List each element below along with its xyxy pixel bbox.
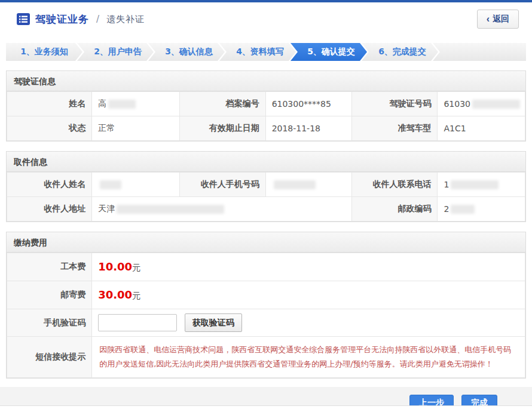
redacted-text xyxy=(274,180,316,189)
file-number-value: 610300****85 xyxy=(265,92,352,116)
fee-unit: 元 xyxy=(132,263,140,272)
wizard-step-3: 3、确认信息 xyxy=(148,43,225,61)
table-row: 收件人姓名 收件人手机号码 收件人联系电话 1 xyxy=(7,173,525,197)
sms-code-label: 手机验证码 xyxy=(7,309,92,337)
table-row: 手机验证码 获取验证码 xyxy=(7,309,525,337)
table-row: 工本费 10.00元 xyxy=(7,253,525,281)
fee-amount: 10.00 xyxy=(98,260,132,273)
pickup-info-table: 收件人姓名 收件人手机号码 收件人联系电话 1 收件人地址 天津 邮政编码 2 xyxy=(7,172,525,222)
fee-unit: 元 xyxy=(132,291,140,300)
fees-section-title: 缴纳费用 xyxy=(7,232,525,253)
license-number-label: 驾驶证号码 xyxy=(352,92,438,116)
name-label: 姓名 xyxy=(7,92,92,116)
postal-code-value: 2 xyxy=(438,197,525,222)
step-wizard: 1、业务须知 2、用户申告 3、确认信息 4、资料填写 5、确认提交 6、完成提… xyxy=(6,43,526,61)
table-row: 姓名 高 档案编号 610300****85 驾驶证号码 61030 xyxy=(7,92,525,116)
mailing-fee-label: 邮寄费 xyxy=(7,281,92,309)
back-button[interactable]: ‹ 返回 xyxy=(477,10,519,29)
pickup-section-title: 取件信息 xyxy=(7,152,525,172)
redacted-text xyxy=(108,100,136,109)
recipient-phone-value: 1 xyxy=(438,173,525,197)
wizard-step-6: 6、完成提交 xyxy=(362,43,438,61)
redacted-text xyxy=(117,205,224,214)
recipient-phone-label: 收件人联系电话 xyxy=(352,173,438,197)
sms-notice-label: 短信接收提示 xyxy=(7,337,92,378)
pickup-info-section: 取件信息 收件人姓名 收件人手机号码 收件人联系电话 1 收件人地址 天津 邮政… xyxy=(6,151,526,222)
redacted-text xyxy=(472,100,520,109)
recipient-address-value: 天津 xyxy=(92,197,352,222)
expiry-value: 2018-11-18 xyxy=(265,116,352,141)
redacted-text xyxy=(451,205,475,214)
vehicle-class-label: 准驾车型 xyxy=(352,116,438,141)
back-button-label: 返回 xyxy=(493,14,509,24)
page-subtitle: 遗失补证 xyxy=(106,14,145,25)
breadcrumb: 驾驶证业务 / 遗失补证 xyxy=(17,13,145,26)
redacted-text xyxy=(100,180,121,189)
chevron-left-icon: ‹ xyxy=(487,14,490,24)
mailing-fee-value: 30.00元 xyxy=(92,281,525,309)
recipient-mobile-value xyxy=(265,173,352,197)
postal-code-label: 邮政编码 xyxy=(352,197,438,222)
fees-table: 工本费 10.00元 邮寄费 30.00元 手机验证码 获取验证码 短信接收提示 xyxy=(7,253,525,378)
wizard-step-5-active: 5、确认提交 xyxy=(291,43,367,61)
fee-amount: 30.00 xyxy=(98,288,132,301)
recipient-name-value xyxy=(92,173,180,197)
sms-code-cell: 获取验证码 xyxy=(92,309,525,337)
production-fee-value: 10.00元 xyxy=(92,253,525,281)
main-panel: 驾驶证业务 / 遗失补证 ‹ 返回 1、业务须知 2、用户申告 3、确认信息 4… xyxy=(0,2,532,387)
wizard-step-2: 2、用户申告 xyxy=(77,43,154,61)
sms-notice-text: 因陕西省联通、电信运营商技术问题，陕西省互联网交通安全综合服务管理平台无法向持陕… xyxy=(92,337,525,378)
file-number-label: 档案编号 xyxy=(179,92,265,116)
recipient-name-label: 收件人姓名 xyxy=(7,173,92,197)
form-list-icon xyxy=(17,13,30,26)
production-fee-label: 工本费 xyxy=(7,253,92,281)
table-row: 收件人地址 天津 邮政编码 2 xyxy=(7,197,525,222)
wizard-step-4: 4、资料填写 xyxy=(219,43,296,61)
breadcrumb-separator: / xyxy=(96,14,99,24)
page: 驾驶证业务 / 遗失补证 ‹ 返回 1、业务须知 2、用户申告 3、确认信息 4… xyxy=(0,0,532,409)
recipient-address-label: 收件人地址 xyxy=(7,197,92,222)
page-header: 驾驶证业务 / 遗失补证 ‹ 返回 xyxy=(6,2,526,36)
bottom-divider xyxy=(0,405,532,409)
recipient-mobile-label: 收件人手机号码 xyxy=(179,173,265,197)
vehicle-class-value: A1C1 xyxy=(438,116,525,141)
table-row: 短信接收提示 因陕西省联通、电信运营商技术问题，陕西省互联网交通安全综合服务管理… xyxy=(7,337,525,378)
wizard-step-1: 1、业务须知 xyxy=(6,43,82,61)
table-row: 邮寄费 30.00元 xyxy=(7,281,525,309)
redacted-text xyxy=(451,180,499,189)
name-value: 高 xyxy=(92,92,180,116)
status-value: 正常 xyxy=(92,116,180,141)
license-info-section: 驾驶证信息 姓名 高 档案编号 610300****85 驾驶证号码 61030… xyxy=(6,70,526,142)
get-code-button[interactable]: 获取验证码 xyxy=(185,313,242,332)
expiry-label: 有效期止日期 xyxy=(179,116,265,141)
license-number-value: 61030 xyxy=(438,92,525,116)
table-row: 状态 正常 有效期止日期 2018-11-18 准驾车型 A1C1 xyxy=(7,116,525,141)
wizard-filler xyxy=(433,43,526,61)
page-title: 驾驶证业务 xyxy=(35,13,89,26)
sms-code-input[interactable] xyxy=(98,314,177,331)
status-label: 状态 xyxy=(7,116,92,141)
license-info-table: 姓名 高 档案编号 610300****85 驾驶证号码 61030 状态 正常… xyxy=(7,91,525,141)
fees-section: 缴纳费用 工本费 10.00元 邮寄费 30.00元 手机验证码 获取验证码 xyxy=(6,232,526,379)
license-section-title: 驾驶证信息 xyxy=(7,71,525,91)
